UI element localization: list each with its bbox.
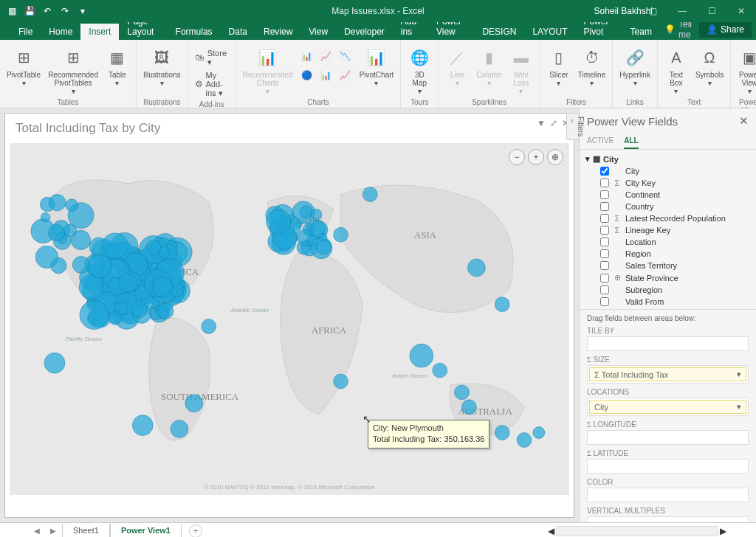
tab-home[interactable]: Home xyxy=(41,24,80,40)
map-bubble[interactable] xyxy=(44,353,65,373)
slicer-button[interactable]: ▯Slicer▾ xyxy=(545,44,573,89)
tab-insert[interactable]: Insert xyxy=(80,24,119,40)
map-home-button[interactable]: ⊕ xyxy=(547,149,563,165)
save-icon[interactable]: 💾 xyxy=(24,5,35,17)
drop-zone-longitude[interactable] xyxy=(587,430,749,445)
drop-zone-locations[interactable]: City▾ xyxy=(587,398,749,416)
map-bubble[interactable] xyxy=(307,235,318,246)
map-bubble[interactable] xyxy=(102,233,128,259)
area-item[interactable]: Σ Total Including Tax▾ xyxy=(589,367,746,381)
field-sales-territory[interactable]: Sales Territory xyxy=(584,260,752,271)
my-add-ins-button[interactable]: ⚙My Add-ins ▾ xyxy=(193,69,231,99)
field-table-city[interactable]: ▾ ▦ City xyxy=(584,153,752,165)
map-bubble[interactable] xyxy=(131,302,147,317)
report-title[interactable]: Total Including Tax by City xyxy=(5,114,574,143)
map-bubble[interactable] xyxy=(362,187,377,202)
filters-pane-toggle[interactable]: ‹Filters xyxy=(566,113,580,140)
tab-review[interactable]: Review xyxy=(255,24,300,40)
field-latest-recorded-population[interactable]: ΣLatest Recorded Population xyxy=(584,212,752,224)
tab-active-fields[interactable]: ACTIVE xyxy=(587,134,614,149)
illustrations-button[interactable]: 🖼Illustrations▾ xyxy=(141,44,183,89)
field-checkbox[interactable] xyxy=(600,274,609,283)
chart-type-icon[interactable]: 📉 xyxy=(337,47,354,65)
tab-file[interactable]: File xyxy=(10,24,41,40)
add-sheet-button[interactable]: + xyxy=(189,524,202,538)
map-bubble[interactable] xyxy=(410,344,433,367)
scrollbar-track[interactable] xyxy=(556,526,718,536)
tab-layout[interactable]: LAYOUT xyxy=(524,24,575,40)
map-bubble[interactable] xyxy=(316,239,331,254)
map-bubble[interactable] xyxy=(152,277,172,297)
pivotchart-button[interactable]: 📊PivotChart▾ xyxy=(357,44,396,89)
field-checkbox[interactable] xyxy=(600,238,609,246)
map-bubble[interactable] xyxy=(462,400,477,415)
qat-customize-icon[interactable]: ▾ xyxy=(77,5,89,17)
sheet-tab-sheet1[interactable]: Sheet1 xyxy=(62,524,110,538)
map-bubble[interactable] xyxy=(267,209,291,234)
drop-zone-tile-by[interactable] xyxy=(587,336,749,351)
chart-type-icon[interactable]: 📈 xyxy=(317,47,335,65)
store-button[interactable]: 🛍Store ▾ xyxy=(193,47,231,68)
popout-icon[interactable]: ⤢ xyxy=(550,118,557,128)
map-bubble[interactable] xyxy=(202,319,216,334)
map-bubble[interactable] xyxy=(41,212,50,222)
dropdown-icon[interactable]: ▾ xyxy=(737,370,741,379)
map-bubble[interactable] xyxy=(300,206,312,218)
tab-data[interactable]: Data xyxy=(221,24,255,40)
drop-zone-color[interactable] xyxy=(587,488,749,502)
map-bubble[interactable] xyxy=(87,254,111,278)
field-checkbox[interactable] xyxy=(600,261,609,270)
drop-zone-latitude[interactable] xyxy=(587,459,749,474)
tab-design[interactable]: DESIGN xyxy=(474,24,524,40)
map-bubble[interactable] xyxy=(63,224,76,237)
map-bubble[interactable] xyxy=(319,233,327,241)
field-checkbox[interactable] xyxy=(600,249,609,258)
chart-type-icon[interactable]: 🔵 xyxy=(298,66,316,84)
field-checkbox[interactable] xyxy=(600,167,609,176)
map-bubble[interactable] xyxy=(467,259,485,277)
timeline-button[interactable]: ⏱Timeline▾ xyxy=(576,44,608,89)
field-region[interactable]: Region xyxy=(584,248,752,260)
map-bubble[interactable] xyxy=(49,194,65,210)
map-bubble[interactable] xyxy=(533,427,545,439)
map-visualization[interactable]: NORTH AMERICA SOUTH AMERICA EUROPE AFRIC… xyxy=(10,143,569,495)
field-checkbox[interactable] xyxy=(600,214,609,223)
area-item[interactable]: City▾ xyxy=(589,400,746,414)
dropdown-icon[interactable]: ▾ xyxy=(737,402,741,412)
chart-type-icon[interactable]: 📈 xyxy=(337,66,354,84)
recommended-pivottables-button[interactable]: ⊞RecommendedPivotTables▾ xyxy=(46,44,100,97)
chart-type-icon[interactable]: 📊 xyxy=(298,47,316,65)
tab-all-fields[interactable]: ALL xyxy=(624,134,638,149)
field-state-province[interactable]: ⊕State Province xyxy=(584,271,752,284)
redo-icon[interactable]: ↷ xyxy=(59,5,71,17)
tab-team[interactable]: Team xyxy=(622,24,660,40)
map-bubble[interactable] xyxy=(334,374,348,389)
map-bubble[interactable] xyxy=(158,303,173,319)
tell-me[interactable]: 💡Tell me xyxy=(660,19,696,40)
3d-map-button[interactable]: 🌐3DMap▾ xyxy=(405,44,433,97)
field-list[interactable]: ▾ ▦ City CityΣCity KeyContinentCountryΣL… xyxy=(580,150,756,309)
tab-view[interactable]: View xyxy=(300,24,336,40)
field-checkbox[interactable] xyxy=(600,285,609,294)
zoom-out-button[interactable]: − xyxy=(509,149,525,165)
map-bubble[interactable] xyxy=(455,385,470,400)
scroll-right-icon[interactable]: ▶ xyxy=(720,526,726,536)
hyperlink-button[interactable]: 🔗Hyperlink▾ xyxy=(617,44,653,89)
sheet-nav-prev[interactable]: ◀ xyxy=(30,527,44,535)
map-bubble[interactable] xyxy=(495,297,509,312)
map-bubble[interactable] xyxy=(35,246,58,268)
collapse-icon[interactable]: ▾ xyxy=(585,154,590,164)
power-view-button[interactable]: ▣PowerView▾ xyxy=(735,44,756,97)
map-bubble[interactable] xyxy=(185,395,203,412)
scroll-left-icon[interactable]: ◀ xyxy=(548,526,554,536)
field-checkbox[interactable] xyxy=(600,202,609,211)
map-bubble[interactable] xyxy=(433,363,447,378)
pivottable-button[interactable]: ⊞PivotTable▾ xyxy=(4,44,43,89)
field-subregion[interactable]: Subregion xyxy=(584,284,752,296)
filter-icon[interactable]: ▼ xyxy=(537,118,546,128)
map-bubble[interactable] xyxy=(334,227,348,242)
map-bubble[interactable] xyxy=(109,311,122,325)
sheet-nav-next[interactable]: ▶ xyxy=(46,527,61,535)
horizontal-scrollbar[interactable]: ◀ ▶ xyxy=(548,526,726,536)
chart-type-grid[interactable]: 📊📈📉🔵📊📈 xyxy=(298,44,354,84)
